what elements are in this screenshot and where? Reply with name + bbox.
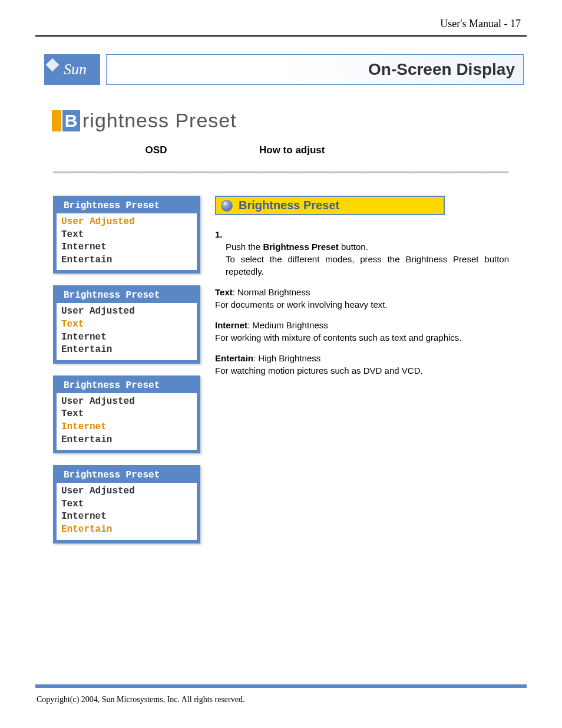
osd-panel: Brightness PresetUser AdjustedTextIntern…	[53, 285, 200, 363]
brand-bar: Sun	[44, 54, 100, 85]
footer-rule	[35, 684, 527, 688]
header-divider	[53, 171, 509, 173]
osd-panel-title: Brightness Preset	[57, 199, 197, 213]
osd-item: Internet	[61, 331, 192, 344]
mode-name: Text	[215, 287, 233, 297]
step-1: 1. Push the Brightness Preset button. To…	[215, 228, 509, 278]
mode-tag: : Medium Brightness	[247, 320, 328, 330]
heading-rest: rightness Preset	[82, 109, 237, 132]
osd-item: Internet	[61, 241, 192, 254]
step-suffix: button.	[339, 242, 368, 252]
osd-panel-body: User AdjustedTextInternetEntertain	[57, 483, 197, 539]
osd-panel-title: Brightness Preset	[57, 469, 197, 483]
osd-item: Entertain	[61, 523, 192, 536]
mode-tag: : High Brightness	[253, 353, 320, 363]
osd-item: User Adjusted	[61, 305, 192, 318]
osd-panel: Brightness PresetUser AdjustedTextIntern…	[53, 196, 200, 274]
instructions-column: Brightness Preset 1. Push the Brightness…	[215, 196, 509, 543]
osd-item: Internet	[61, 510, 192, 523]
osd-item: Text	[61, 408, 192, 421]
mode-description: Entertain: High BrightnessFor watching m…	[215, 352, 509, 377]
heading-first-letter: B	[62, 110, 80, 131]
step-prefix: Push the	[226, 242, 263, 252]
osd-panel-body: User AdjustedTextInternetEntertain	[57, 303, 197, 360]
osd-panel-title: Brightness Preset	[57, 379, 197, 393]
instructions: 1. Push the Brightness Preset button. To…	[215, 228, 509, 377]
osd-panel-body: User AdjustedTextInternetEntertain	[57, 213, 197, 270]
mode-detail: For documents or work involving heavy te…	[215, 299, 388, 309]
mode-name: Entertain	[215, 353, 253, 363]
osd-panel-title: Brightness Preset	[57, 289, 197, 303]
sun-diamond-icon	[46, 58, 59, 72]
step-number: 1.	[215, 229, 223, 239]
osd-stack: Brightness PresetUser AdjustedTextIntern…	[53, 196, 200, 543]
sun-logo: Sun	[44, 54, 100, 85]
page-header: User's Manual - 17	[440, 18, 521, 30]
sphere-icon	[221, 200, 233, 212]
osd-item: Text	[61, 498, 192, 511]
osd-item: Entertain	[61, 254, 192, 267]
osd-panel: Brightness PresetUser AdjustedTextIntern…	[53, 465, 200, 543]
osd-item: Text	[61, 229, 192, 242]
osd-item: Entertain	[61, 344, 192, 357]
mode-detail: For working with mixture of contents suc…	[215, 332, 462, 342]
mode-tag: : Normal Brightness	[233, 287, 310, 297]
step-line2: To select the different modes, press the…	[226, 254, 509, 276]
osd-column-header: OSD	[53, 144, 247, 156]
content-area: Brightness PresetUser AdjustedTextIntern…	[53, 196, 509, 543]
osd-item: Entertain	[61, 434, 192, 447]
osd-item: User Adjusted	[61, 216, 192, 229]
step-bold: Brightness Preset	[263, 242, 338, 252]
osd-item: Internet	[61, 421, 192, 434]
osd-panel-body: User AdjustedTextInternetEntertain	[57, 393, 197, 450]
mode-description: Text: Normal BrightnessFor documents or …	[215, 286, 509, 311]
how-column-header: How to adjust	[247, 144, 509, 156]
footer-text: Copyright(c) 2004, Sun Microsystems, Inc…	[37, 695, 244, 704]
mode-detail: For watching motion pictures such as DVD…	[215, 365, 423, 375]
brand-text: Sun	[64, 61, 87, 78]
osd-item: User Adjusted	[61, 396, 192, 409]
topic-bar: Brightness Preset	[215, 196, 445, 215]
section-title: On-Screen Display	[106, 54, 524, 85]
column-headers: OSD How to adjust	[53, 144, 509, 156]
osd-panel: Brightness PresetUser AdjustedTextIntern…	[53, 375, 200, 453]
mode-description: Internet: Medium BrightnessFor working w…	[215, 319, 509, 344]
main-heading: B rightness Preset	[52, 109, 237, 132]
top-rule	[35, 35, 527, 37]
osd-item: Text	[61, 318, 192, 331]
osd-item: User Adjusted	[61, 485, 192, 498]
topic-title: Brightness Preset	[239, 199, 339, 212]
heading-orange-accent	[52, 110, 61, 131]
mode-name: Internet	[215, 320, 247, 330]
